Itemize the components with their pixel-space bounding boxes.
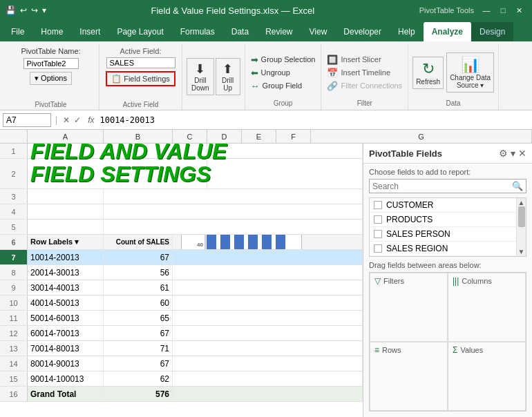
- cell-10a[interactable]: 40014-50013: [28, 295, 104, 310]
- tab-review[interactable]: Review: [257, 22, 301, 41]
- maximize-button[interactable]: □: [496, 3, 510, 17]
- col-header-d[interactable]: D: [207, 130, 242, 144]
- field-list-scrollbar[interactable]: ▲ ▼: [516, 198, 526, 256]
- list-item[interactable]: SALES PERSON: [370, 227, 516, 242]
- search-box[interactable]: 🔍: [369, 179, 526, 193]
- minimize-button[interactable]: —: [479, 3, 493, 17]
- cell-reference-box[interactable]: A7: [3, 113, 51, 127]
- col-header-e[interactable]: E: [242, 130, 276, 144]
- cell-1-rest[interactable]: [207, 144, 363, 158]
- field-settings-button[interactable]: 📋 Field Settings: [106, 71, 175, 86]
- cell-8a[interactable]: 20014-30013: [28, 265, 104, 280]
- cell-10b[interactable]: 60: [104, 295, 173, 310]
- cell-12b[interactable]: 67: [104, 326, 173, 340]
- table-row[interactable]: 7 10014-20013 67: [0, 250, 363, 265]
- cell-3-rest[interactable]: [104, 189, 363, 204]
- pivot-dropdown-icon[interactable]: ▾: [511, 148, 515, 159]
- customer-checkbox[interactable]: [374, 201, 382, 209]
- tab-insert[interactable]: Insert: [71, 22, 108, 41]
- confirm-formula-icon[interactable]: ✓: [73, 115, 82, 125]
- col-header-g[interactable]: G: [311, 130, 532, 144]
- table-row[interactable]: 13 70014-80013 71: [0, 341, 363, 356]
- scroll-down-arrow[interactable]: ▼: [518, 248, 525, 255]
- tab-formulas[interactable]: Formulas: [172, 22, 223, 41]
- cell-14a[interactable]: 80014-90013: [28, 356, 104, 371]
- cell-13a[interactable]: 70014-80013: [28, 341, 104, 356]
- drill-up-button[interactable]: ⬆ DrillUp: [216, 58, 240, 95]
- cell-9a[interactable]: 30014-40013: [28, 280, 104, 295]
- table-row[interactable]: 8 20014-30013 56: [0, 265, 363, 280]
- pivot-area-filters[interactable]: ▽ Filters: [370, 273, 448, 342]
- table-row[interactable]: 11 50014-60013 65: [0, 311, 363, 326]
- cell-4a[interactable]: [28, 204, 104, 219]
- col-header-a[interactable]: A: [28, 130, 104, 144]
- ungroup-button[interactable]: ⬅ Ungroup: [249, 67, 317, 79]
- cell-3a[interactable]: [28, 189, 104, 204]
- search-input[interactable]: [372, 182, 512, 191]
- pivot-area-values[interactable]: Σ Values: [448, 342, 526, 411]
- col-header-b[interactable]: B: [104, 130, 173, 144]
- group-field-button[interactable]: ↔ Group Field: [249, 80, 317, 92]
- cell-1a[interactable]: FIELD AND VALUE: [28, 144, 207, 158]
- cell-13b[interactable]: 71: [104, 341, 173, 356]
- cell-7b[interactable]: 67: [104, 250, 173, 264]
- table-row[interactable]: 10 40014-50013 60: [0, 295, 363, 311]
- cell-5-rest[interactable]: [104, 220, 363, 234]
- tab-file[interactable]: File: [3, 22, 32, 41]
- scroll-up-arrow[interactable]: ▲: [518, 199, 525, 206]
- pivot-area-rows[interactable]: ≡ Rows: [370, 342, 448, 411]
- cell-2a[interactable]: FIELD SETTINGS: [28, 159, 207, 188]
- insert-timeline-button[interactable]: 📅 Insert Timeline: [325, 67, 403, 79]
- pivot-name-input[interactable]: [23, 58, 79, 69]
- products-checkbox[interactable]: [374, 215, 382, 224]
- tab-view[interactable]: View: [301, 22, 336, 41]
- table-row[interactable]: 14 80014-90013 67: [0, 356, 363, 371]
- tab-page-layout[interactable]: Page Layout: [108, 22, 171, 41]
- col-header-c[interactable]: C: [173, 130, 207, 144]
- change-data-source-button[interactable]: 📊 Change DataSource ▾: [446, 52, 494, 93]
- tab-developer[interactable]: Developer: [335, 22, 390, 41]
- sales-region-checkbox[interactable]: [374, 244, 382, 253]
- col-header-f[interactable]: F: [276, 130, 311, 144]
- list-item[interactable]: CUSTOMER: [370, 198, 516, 213]
- filter-connections-button[interactable]: 🔗 Filter Connections: [325, 80, 403, 92]
- cell-12a[interactable]: 60014-70013: [28, 326, 104, 340]
- cell-11b[interactable]: 65: [104, 311, 173, 325]
- cancel-formula-icon[interactable]: ✕: [61, 115, 71, 125]
- cell-15a[interactable]: 90014-100013: [28, 371, 104, 386]
- cell-8b[interactable]: 56: [104, 265, 173, 280]
- pivot-area-columns[interactable]: ||| Columns: [448, 273, 526, 342]
- cell-7a[interactable]: 10014-20013: [28, 250, 104, 264]
- tab-data[interactable]: Data: [223, 22, 257, 41]
- tab-design[interactable]: Design: [471, 22, 513, 41]
- table-row[interactable]: 9 30014-40013 61: [0, 280, 363, 295]
- undo-icon[interactable]: ↩: [20, 6, 27, 15]
- customize-icon[interactable]: ▾: [42, 6, 46, 15]
- cell-5a[interactable]: [28, 220, 104, 234]
- cell-header-a[interactable]: Row Labels ▾: [28, 235, 104, 249]
- active-field-input[interactable]: [106, 57, 175, 68]
- cell-14b[interactable]: 67: [104, 356, 173, 371]
- cell-15b[interactable]: 62: [104, 371, 173, 386]
- table-row[interactable]: 12 60014-70013 67: [0, 326, 363, 341]
- pivot-settings-icon[interactable]: ⚙: [499, 148, 508, 159]
- cell-4-rest[interactable]: [104, 204, 363, 219]
- save-icon[interactable]: 💾: [6, 6, 16, 15]
- cell-9b[interactable]: 61: [104, 280, 173, 295]
- cell-2-rest[interactable]: [207, 159, 363, 188]
- close-button[interactable]: ✕: [513, 3, 526, 17]
- list-item[interactable]: SALES REGION: [370, 242, 516, 256]
- cell-header-b[interactable]: Count of SALES: [104, 235, 173, 249]
- drill-down-button[interactable]: ⬇ DrillDown: [187, 58, 214, 95]
- refresh-button[interactable]: ↻ Refresh: [412, 57, 444, 89]
- table-row[interactable]: 16 Grand Total 576: [0, 387, 363, 402]
- formula-input[interactable]: [99, 115, 529, 125]
- table-row[interactable]: 15 90014-100013 62: [0, 371, 363, 387]
- insert-slicer-button[interactable]: 🔲 Insert Slicer: [325, 54, 403, 66]
- scroll-thumb[interactable]: [518, 206, 525, 227]
- cell-16a[interactable]: Grand Total: [28, 387, 104, 401]
- list-item[interactable]: PRODUCTS: [370, 213, 516, 227]
- options-button[interactable]: ▾ Options: [30, 72, 72, 85]
- tab-help[interactable]: Help: [390, 22, 424, 41]
- cell-11a[interactable]: 50014-60013: [28, 311, 104, 325]
